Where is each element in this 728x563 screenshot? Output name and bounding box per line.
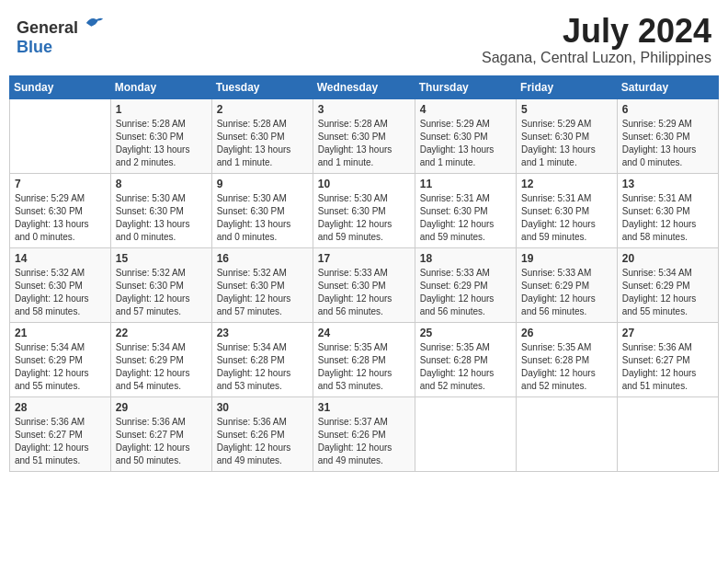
day-info: Sunrise: 5:35 AM Sunset: 6:28 PM Dayligh… (420, 341, 511, 393)
calendar-cell: 11Sunrise: 5:31 AM Sunset: 6:30 PM Dayli… (415, 173, 516, 247)
calendar-cell: 3Sunrise: 5:28 AM Sunset: 6:30 PM Daylig… (313, 98, 415, 173)
day-number: 4 (420, 103, 511, 116)
day-number: 7 (15, 178, 106, 190)
day-number: 5 (521, 103, 612, 116)
month-year-title: July 2024 (482, 13, 711, 50)
day-header-tuesday: Tuesday (211, 75, 313, 98)
day-info: Sunrise: 5:31 AM Sunset: 6:30 PM Dayligh… (622, 192, 713, 244)
day-number: 18 (420, 252, 511, 265)
calendar-cell: 17Sunrise: 5:33 AM Sunset: 6:30 PM Dayli… (313, 247, 415, 322)
calendar-cell: 22Sunrise: 5:34 AM Sunset: 6:29 PM Dayli… (110, 322, 211, 396)
day-info: Sunrise: 5:36 AM Sunset: 6:26 PM Dayligh… (217, 416, 308, 467)
day-number: 27 (622, 327, 713, 339)
calendar-cell: 18Sunrise: 5:33 AM Sunset: 6:29 PM Dayli… (415, 247, 516, 322)
calendar-cell: 27Sunrise: 5:36 AM Sunset: 6:27 PM Dayli… (617, 322, 718, 396)
day-info: Sunrise: 5:31 AM Sunset: 6:30 PM Dayligh… (420, 192, 511, 244)
calendar-cell: 24Sunrise: 5:35 AM Sunset: 6:28 PM Dayli… (313, 322, 415, 396)
calendar-cell: 31Sunrise: 5:37 AM Sunset: 6:26 PM Dayli… (313, 396, 415, 471)
day-info: Sunrise: 5:34 AM Sunset: 6:29 PM Dayligh… (116, 341, 207, 393)
calendar-cell: 13Sunrise: 5:31 AM Sunset: 6:30 PM Dayli… (617, 173, 718, 247)
day-number: 17 (318, 252, 410, 265)
day-info: Sunrise: 5:29 AM Sunset: 6:30 PM Dayligh… (622, 118, 713, 169)
day-header-wednesday: Wednesday (313, 75, 415, 98)
day-info: Sunrise: 5:36 AM Sunset: 6:27 PM Dayligh… (116, 416, 207, 467)
day-number: 6 (622, 103, 713, 116)
calendar-cell: 25Sunrise: 5:35 AM Sunset: 6:28 PM Dayli… (415, 322, 516, 396)
day-info: Sunrise: 5:32 AM Sunset: 6:30 PM Dayligh… (15, 267, 106, 318)
day-header-friday: Friday (517, 75, 618, 98)
calendar-cell: 23Sunrise: 5:34 AM Sunset: 6:28 PM Dayli… (211, 322, 313, 396)
calendar-header-row: SundayMondayTuesdayWednesdayThursdayFrid… (10, 75, 719, 98)
calendar-week-row: 1Sunrise: 5:28 AM Sunset: 6:30 PM Daylig… (10, 98, 719, 173)
calendar-cell: 15Sunrise: 5:32 AM Sunset: 6:30 PM Dayli… (110, 247, 211, 322)
day-number: 25 (420, 327, 511, 339)
day-info: Sunrise: 5:28 AM Sunset: 6:30 PM Dayligh… (318, 118, 410, 169)
logo: General Blue (17, 13, 105, 57)
calendar-cell: 30Sunrise: 5:36 AM Sunset: 6:26 PM Dayli… (211, 396, 313, 471)
calendar-cell: 6Sunrise: 5:29 AM Sunset: 6:30 PM Daylig… (617, 98, 718, 173)
calendar-cell: 5Sunrise: 5:29 AM Sunset: 6:30 PM Daylig… (517, 98, 618, 173)
day-info: Sunrise: 5:34 AM Sunset: 6:28 PM Dayligh… (217, 341, 308, 393)
calendar-cell: 10Sunrise: 5:30 AM Sunset: 6:30 PM Dayli… (313, 173, 415, 247)
calendar-cell: 29Sunrise: 5:36 AM Sunset: 6:27 PM Dayli… (110, 396, 211, 471)
day-number: 1 (116, 103, 207, 116)
calendar-cell (517, 396, 618, 471)
day-number: 16 (217, 252, 308, 265)
day-header-monday: Monday (110, 75, 211, 98)
day-info: Sunrise: 5:34 AM Sunset: 6:29 PM Dayligh… (622, 267, 713, 318)
day-number: 28 (15, 401, 106, 414)
day-number: 29 (116, 401, 207, 414)
day-number: 21 (15, 327, 106, 339)
day-number: 14 (15, 252, 106, 265)
day-header-thursday: Thursday (415, 75, 516, 98)
day-info: Sunrise: 5:35 AM Sunset: 6:28 PM Dayligh… (521, 341, 612, 393)
logo-blue: Blue (17, 38, 52, 56)
calendar-cell: 2Sunrise: 5:28 AM Sunset: 6:30 PM Daylig… (211, 98, 313, 173)
calendar-cell: 7Sunrise: 5:29 AM Sunset: 6:30 PM Daylig… (10, 173, 111, 247)
day-number: 23 (217, 327, 308, 339)
day-info: Sunrise: 5:28 AM Sunset: 6:30 PM Dayligh… (217, 118, 308, 169)
calendar-week-row: 28Sunrise: 5:36 AM Sunset: 6:27 PM Dayli… (10, 396, 719, 471)
day-info: Sunrise: 5:32 AM Sunset: 6:30 PM Dayligh… (116, 267, 207, 318)
day-number: 30 (217, 401, 308, 414)
day-info: Sunrise: 5:29 AM Sunset: 6:30 PM Dayligh… (15, 192, 106, 244)
calendar-table: SundayMondayTuesdayWednesdayThursdayFrid… (9, 75, 719, 472)
page-header: General Blue July 2024 Sagana, Central L… (9, 9, 719, 70)
calendar-cell: 28Sunrise: 5:36 AM Sunset: 6:27 PM Dayli… (10, 396, 111, 471)
day-info: Sunrise: 5:29 AM Sunset: 6:30 PM Dayligh… (420, 118, 511, 169)
calendar-cell: 14Sunrise: 5:32 AM Sunset: 6:30 PM Dayli… (10, 247, 111, 322)
calendar-cell: 8Sunrise: 5:30 AM Sunset: 6:30 PM Daylig… (110, 173, 211, 247)
calendar-week-row: 21Sunrise: 5:34 AM Sunset: 6:29 PM Dayli… (10, 322, 719, 396)
day-info: Sunrise: 5:35 AM Sunset: 6:28 PM Dayligh… (318, 341, 410, 393)
calendar-cell: 9Sunrise: 5:30 AM Sunset: 6:30 PM Daylig… (211, 173, 313, 247)
calendar-cell: 4Sunrise: 5:29 AM Sunset: 6:30 PM Daylig… (415, 98, 516, 173)
day-number: 8 (116, 178, 207, 190)
day-info: Sunrise: 5:37 AM Sunset: 6:26 PM Dayligh… (318, 416, 410, 467)
day-number: 20 (622, 252, 713, 265)
calendar-week-row: 14Sunrise: 5:32 AM Sunset: 6:30 PM Dayli… (10, 247, 719, 322)
day-number: 3 (318, 103, 410, 116)
location-subtitle: Sagana, Central Luzon, Philippines (482, 50, 711, 66)
logo-general: General (17, 18, 78, 37)
day-number: 19 (521, 252, 612, 265)
day-info: Sunrise: 5:33 AM Sunset: 6:29 PM Dayligh… (521, 267, 612, 318)
day-info: Sunrise: 5:34 AM Sunset: 6:29 PM Dayligh… (15, 341, 106, 393)
calendar-cell: 20Sunrise: 5:34 AM Sunset: 6:29 PM Dayli… (617, 247, 718, 322)
logo-bird-icon (85, 13, 105, 33)
calendar-cell (10, 98, 111, 173)
title-section: July 2024 Sagana, Central Luzon, Philipp… (482, 13, 711, 66)
day-number: 26 (521, 327, 612, 339)
day-number: 15 (116, 252, 207, 265)
day-number: 24 (318, 327, 410, 339)
day-number: 31 (318, 401, 410, 414)
calendar-cell: 1Sunrise: 5:28 AM Sunset: 6:30 PM Daylig… (110, 98, 211, 173)
day-info: Sunrise: 5:29 AM Sunset: 6:30 PM Dayligh… (521, 118, 612, 169)
day-info: Sunrise: 5:33 AM Sunset: 6:29 PM Dayligh… (420, 267, 511, 318)
calendar-cell: 12Sunrise: 5:31 AM Sunset: 6:30 PM Dayli… (517, 173, 618, 247)
calendar-cell: 26Sunrise: 5:35 AM Sunset: 6:28 PM Dayli… (517, 322, 618, 396)
day-info: Sunrise: 5:31 AM Sunset: 6:30 PM Dayligh… (521, 192, 612, 244)
day-number: 2 (217, 103, 308, 116)
logo-wordmark: General Blue (17, 13, 105, 57)
day-header-sunday: Sunday (10, 75, 111, 98)
day-info: Sunrise: 5:30 AM Sunset: 6:30 PM Dayligh… (116, 192, 207, 244)
